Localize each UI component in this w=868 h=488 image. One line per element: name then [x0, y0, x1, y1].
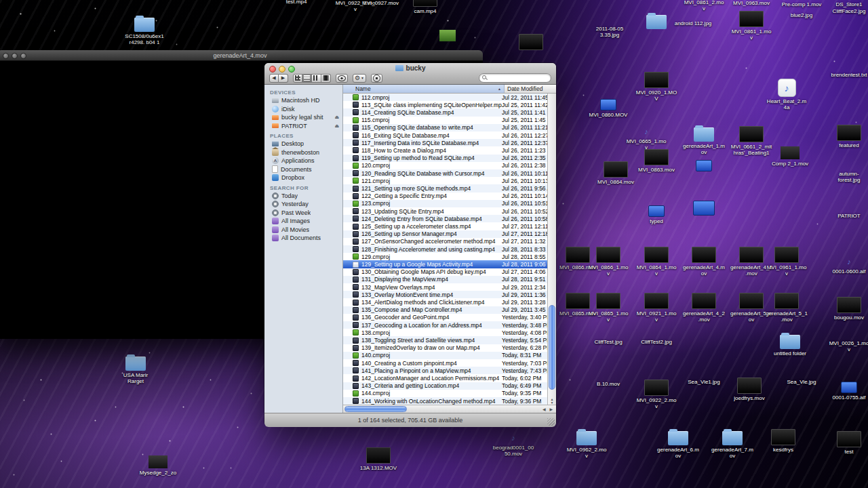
sidebar-item-all-images[interactable]: All Images — [264, 217, 342, 226]
action-button[interactable]: ⚙ ▼ — [353, 74, 366, 83]
finder-titlebar[interactable]: bucky ◀ ▶ ⚙ ▼ — [264, 63, 556, 85]
vscroll-thumb[interactable] — [549, 305, 555, 390]
file-row[interactable]: 138.cmprojYesterday, 4:08 PM — [343, 329, 547, 336]
forward-button[interactable]: ▶ — [279, 74, 288, 83]
desktop-icon-cam-mp4[interactable]: cam.mp4 — [403, 0, 447, 14]
desktop-icon-0001-0755-aif[interactable]: 0001-0755.aif — [827, 382, 868, 401]
file-row[interactable]: 132_MapView Overlays.mp4Jul 29, 2011 2:3… — [343, 283, 547, 291]
desktop-icon-bluescreen[interactable] — [682, 201, 726, 216]
file-row[interactable]: 129.cmprojJul 28, 2011 8:55 PM — [343, 253, 547, 260]
close-button[interactable] — [3, 53, 9, 59]
desktop-icon-mvi-0860-mov[interactable]: MVI_0860.MOV — [587, 99, 630, 118]
horizontal-scrollbar[interactable]: ◀ ▶ — [343, 405, 556, 413]
desktop-icon-gerenadeart-5-1-mov[interactable]: gerenadeArt_5_1.mov — [765, 293, 808, 323]
desktop-icon-sea-vie1-jpg[interactable]: Sea_Vie1.jpg — [682, 378, 726, 385]
file-row[interactable]: 133_Overlay MotionEvent time.mp4Jul 29, … — [343, 291, 547, 298]
sidebar-item-macintosh-hd[interactable]: Macintosh HD — [264, 96, 342, 105]
file-row[interactable]: 139_ItemizedOverlay to draw on our Map.m… — [343, 344, 547, 352]
list-view-button[interactable] — [302, 74, 312, 83]
file-row[interactable]: 122_Getting a Specific Entry.mp4Jul 26, … — [343, 192, 547, 200]
desktop-icon-mvi-0927-mov[interactable]: MVI_0927.mov — [359, 0, 402, 6]
desktop-icon-mvi-0921-1-mov[interactable]: MVI_0921_1.mov — [635, 293, 678, 323]
scroll-right-icon[interactable]: ▶ — [549, 407, 554, 411]
file-row[interactable]: 113_SQLite class implementing SQLiteOpen… — [343, 101, 547, 108]
file-row[interactable]: 144.cmprojToday, 9:35 PM — [343, 390, 547, 397]
sidebar-item-bucky-legal-shit[interactable]: bucky legal shit⏏ — [264, 113, 342, 122]
desktop-icon-gerenadeart-6-mov[interactable]: gerenadeArt_6.mov — [656, 431, 700, 459]
file-row[interactable]: 134_AlertDialog methods and ClickListene… — [343, 298, 547, 306]
desktop-icon-video[interactable] — [509, 34, 553, 50]
file-row[interactable]: 144_Working with OnLocationChanged metho… — [343, 397, 547, 405]
sidebar-item-idisk[interactable]: iDisk — [264, 105, 342, 114]
desktop-icon-featured[interactable]: featured — [827, 125, 868, 148]
desktop-icon-clifftest-jpg[interactable]: CliffTest.jpg — [587, 338, 630, 345]
desktop-icon-kesdfrys[interactable]: kesdfrys — [762, 429, 805, 453]
desktop-icon-patriot[interactable]: PATRIOT — [827, 211, 868, 219]
desktop-icon-gerenadeart-7-mov[interactable]: gerenadeArt_7.mov — [711, 431, 754, 459]
sidebar-item-all-movies[interactable]: All Movies — [264, 226, 342, 235]
file-row[interactable]: 143_Criteria and getting Location.mp4Tod… — [343, 382, 547, 390]
desktop-icon-gerenadeart-4-mov[interactable]: gerenadeArt_4.mov — [682, 247, 726, 277]
desktop-icon-autumn-forest-jpg[interactable]: autumn-forest.jpg — [827, 169, 868, 183]
vertical-scrollbar[interactable]: ▲ ▼ — [547, 94, 556, 405]
back-button[interactable]: ◀ — [269, 74, 279, 83]
file-row[interactable]: 124_Deleting Entry from SQLite Database.… — [343, 215, 547, 222]
desktop-icon-clifftest2-jpg[interactable]: CliffTest2.jpg — [635, 338, 678, 345]
desktop-icon-mvi-0963-mov[interactable]: MVI_0963.mov — [730, 0, 773, 6]
icon-view-button[interactable] — [293, 74, 302, 83]
desktop-icon-bluescreen-small[interactable] — [682, 160, 726, 171]
desktop-icon-test[interactable]: test — [827, 431, 868, 455]
sidebar-item-all-documents[interactable]: All Documents — [264, 234, 342, 243]
file-row[interactable]: 127_OnSensorChanged accelerometer method… — [343, 238, 547, 245]
search-input[interactable] — [490, 75, 548, 82]
quicktime-titlebar[interactable]: gerenadeArt_4.mov — [0, 50, 483, 61]
file-row[interactable]: 121_Setting up more SQLite methods.mp4Ju… — [343, 184, 547, 192]
file-row[interactable]: 128_Finishing Accelerometer and using ca… — [343, 245, 547, 253]
file-row[interactable]: 140.cmprojToday, 8:31 PM — [343, 352, 547, 359]
file-row[interactable]: 115.cmprojJul 25, 2011 1:45 PM — [343, 117, 547, 124]
desktop-icon-mvi-0864-1-mov[interactable]: MVI_0864_1.mov — [635, 247, 678, 277]
desktop-icon-brendentest-txt[interactable]: brendentest.txt — [827, 70, 868, 78]
file-row[interactable]: 140_Creating a Custom pinpoint.mp4Yester… — [343, 359, 547, 367]
desktop-icon-mvi-0922-2-mov[interactable]: MVI_0922_2.mov — [635, 380, 678, 409]
file-row[interactable]: 114_Creating SQLite Database.mp4Jul 25, … — [343, 108, 547, 116]
file-row[interactable]: 120.cmprojJul 26, 2011 2:38 PM — [343, 162, 547, 169]
desktop-icon-pre-comp-1-mov[interactable]: Pre-comp 1.mov — [780, 0, 823, 7]
search-field[interactable] — [479, 73, 551, 83]
desktop-icon-test-mp4[interactable]: test.mp4 — [275, 0, 318, 5]
desktop-icon-mvi-0962-2-mov[interactable]: MVI_0962_2.mov — [565, 431, 608, 459]
desktop-icon-beograd0001-0050-mov[interactable]: beograd0001_0050.mov — [492, 431, 535, 457]
zoom-button[interactable] — [288, 66, 295, 73]
desktop-icon-comp-2-1-mov[interactable]: Comp 2_1.mov — [768, 146, 812, 167]
desktop-icon-0001-0600-aif[interactable]: 0001-0600.aif — [827, 255, 868, 274]
desktop-icon-mvi-0026-1-mov[interactable]: MVI_0026_1.mov — [827, 339, 868, 352]
minimize-button[interactable] — [279, 66, 285, 73]
desktop-icon-mvi-0863-mov[interactable]: MVI_0863.mov — [635, 149, 678, 173]
sidebar-item-today[interactable]: Today — [264, 192, 342, 201]
file-row[interactable]: 141_Placing a Pinpoint on a MapView.mp4Y… — [343, 367, 547, 374]
file-row[interactable]: 142_LocationManager and Location Permiss… — [343, 374, 547, 382]
file-row[interactable]: 119_Setting up method to Read SQLite.mp4… — [343, 155, 547, 162]
desktop-icon-mysedge-2-zo[interactable]: Mysedge_2_zo — [136, 455, 180, 476]
file-row[interactable]: 136_Geocoder and GeoPoint.mp4Yesterday, … — [343, 314, 547, 321]
desktop-icon-mvi-0864-mov[interactable]: MVI_0864.mov — [594, 161, 637, 185]
desktop-icon-cliffface2-jpg[interactable]: CliffFace2.jpg — [827, 7, 868, 14]
desktop-icon-blue2-jpg[interactable]: blue2.jpg — [780, 11, 823, 18]
file-row[interactable]: 118_How to Create a Dialog.mp4Jul 26, 20… — [343, 146, 547, 154]
file-row[interactable]: 138_Toggling Street and Satellite views.… — [343, 336, 547, 344]
zoom-button[interactable] — [20, 53, 26, 59]
quicklook-button[interactable] — [336, 74, 348, 83]
desktop-icon-sc1508-0u6ex1-r4298-b04-1[interactable]: SC1508/0u6ex1 r4298. b04 1 — [123, 18, 166, 45]
desktop-icon-mvi-0920-1-mov[interactable]: MVI_0920_1.MOV — [635, 72, 678, 102]
file-row[interactable]: 120_Reading SQLite Database with Cursor.… — [343, 169, 547, 177]
close-button[interactable] — [269, 66, 276, 73]
column-view-button[interactable] — [312, 74, 321, 83]
file-row[interactable]: 129_Setting up a Google Maps Activity.mp… — [343, 260, 547, 268]
eject-icon[interactable]: ⏏ — [334, 115, 339, 120]
eject-icon[interactable]: ⏏ — [334, 123, 339, 129]
file-row[interactable]: 123_Updating SQLite Entry.mp4Jul 26, 201… — [343, 207, 547, 215]
desktop-icon-13a-1312-mov[interactable]: 13A 1312.MOV — [357, 447, 400, 471]
desktop-icon-mvi-0861-1-mov[interactable]: MVI_0861_1.mov — [730, 11, 773, 41]
desktop-icon-typed[interactable]: typed — [635, 205, 678, 224]
file-row[interactable]: 126_Setting up Sensor Manager.mp4Jul 27,… — [343, 230, 547, 238]
